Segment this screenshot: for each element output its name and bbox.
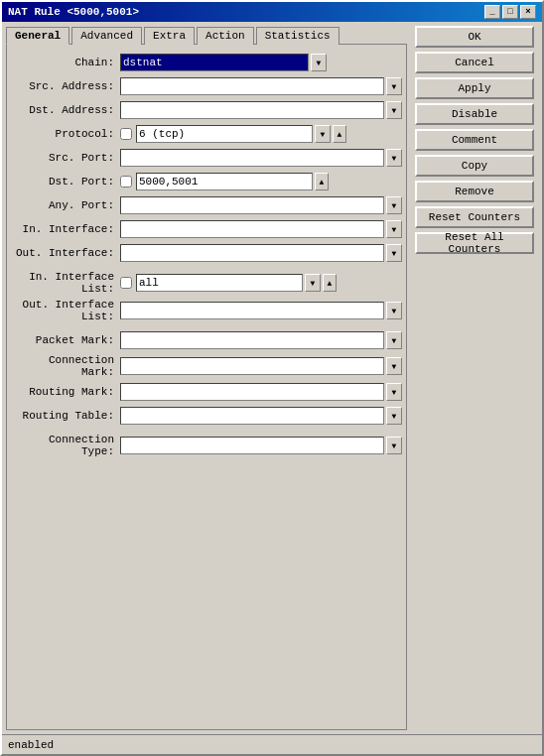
out-interface-list-field: ▼ <box>120 302 402 319</box>
tab-content-general: Chain: ▼ Src. Address: ▼ Dst. <box>6 44 407 730</box>
tab-advanced[interactable]: Advanced <box>71 27 142 45</box>
out-interface-list-dropdown-button[interactable]: ▼ <box>386 302 402 319</box>
status-bar: enabled <box>2 734 542 754</box>
remove-button[interactable]: Remove <box>415 181 534 202</box>
any-port-dropdown-button[interactable]: ▼ <box>386 196 402 214</box>
close-button[interactable]: × <box>520 5 536 19</box>
packet-mark-dropdown-button[interactable]: ▼ <box>386 331 402 349</box>
in-interface-list-field: ▼ ▲ <box>120 274 402 292</box>
connection-type-row: Connection Type: ▼ <box>11 434 402 457</box>
src-port-field: ▼ <box>120 149 402 167</box>
routing-table-input[interactable] <box>120 407 384 425</box>
out-interface-dropdown-button[interactable]: ▼ <box>386 244 402 262</box>
right-panel: OK Cancel Apply Disable Comment Copy Rem… <box>411 22 542 734</box>
tab-action[interactable]: Action <box>197 27 254 45</box>
src-port-label: Src. Port: <box>11 152 120 164</box>
routing-mark-input[interactable] <box>120 383 384 401</box>
left-panel: General Advanced Extra Action Statistics… <box>2 22 411 734</box>
packet-mark-input[interactable] <box>120 331 384 349</box>
protocol-field: ▼ ▲ <box>120 125 402 143</box>
in-interface-list-row: In. Interface List: ▼ ▲ <box>11 271 402 295</box>
connection-type-input[interactable] <box>120 437 384 454</box>
in-interface-list-checkbox[interactable] <box>120 277 132 289</box>
chain-input[interactable] <box>120 54 309 71</box>
packet-mark-field: ▼ <box>120 331 402 349</box>
comment-button[interactable]: Comment <box>415 129 534 151</box>
in-interface-list-input[interactable] <box>136 274 303 292</box>
any-port-field: ▼ <box>120 196 402 214</box>
dst-port-row: Dst. Port: ▲ <box>11 172 402 191</box>
routing-mark-field: ▼ <box>120 383 402 401</box>
dst-address-input[interactable] <box>120 101 384 119</box>
out-interface-list-label: Out. Interface List: <box>11 299 120 322</box>
reset-counters-button[interactable]: Reset Counters <box>415 206 534 228</box>
src-address-input[interactable] <box>120 77 384 95</box>
connection-mark-row: Connection Mark: ▼ <box>11 354 402 378</box>
dst-port-label: Dst. Port: <box>11 176 120 188</box>
window-title: NAT Rule <5000,5001> <box>8 6 139 18</box>
reset-all-counters-button[interactable]: Reset All Counters <box>415 232 534 254</box>
protocol-dropdown-button[interactable]: ▼ <box>315 125 331 143</box>
dst-port-input[interactable] <box>136 173 313 190</box>
src-port-dropdown-button[interactable]: ▼ <box>386 149 402 167</box>
dst-address-row: Dst. Address: ▼ <box>11 100 402 120</box>
chain-dropdown-button[interactable]: ▼ <box>311 54 327 71</box>
tab-bar: General Advanced Extra Action Statistics <box>6 26 407 44</box>
apply-button[interactable]: Apply <box>415 77 534 99</box>
in-interface-list-label: In. Interface List: <box>11 271 120 295</box>
tab-extra[interactable]: Extra <box>144 27 195 45</box>
connection-type-dropdown-button[interactable]: ▼ <box>386 437 402 454</box>
any-port-label: Any. Port: <box>11 199 120 211</box>
protocol-input[interactable] <box>136 125 313 143</box>
routing-mark-dropdown-button[interactable]: ▼ <box>386 383 402 401</box>
out-interface-list-input[interactable] <box>120 302 384 319</box>
dst-address-field: ▼ <box>120 101 402 119</box>
protocol-scroll-up-button[interactable]: ▲ <box>333 125 346 143</box>
packet-mark-row: Packet Mark: ▼ <box>11 330 402 350</box>
dst-port-scroll-up-button[interactable]: ▲ <box>315 173 329 190</box>
routing-table-dropdown-button[interactable]: ▼ <box>386 407 402 425</box>
out-interface-row: Out. Interface: ▼ <box>11 243 402 263</box>
tab-statistics[interactable]: Statistics <box>256 27 340 45</box>
in-interface-list-scroll-up-button[interactable]: ▲ <box>323 274 337 292</box>
minimize-button[interactable]: _ <box>484 5 500 19</box>
any-port-input[interactable] <box>120 196 384 214</box>
routing-table-row: Routing Table: ▼ <box>11 406 402 426</box>
main-window: NAT Rule <5000,5001> _ □ × General Advan… <box>0 0 544 756</box>
src-port-input[interactable] <box>120 149 384 167</box>
dst-address-dropdown-button[interactable]: ▼ <box>386 101 402 119</box>
src-address-label: Src. Address: <box>11 80 120 92</box>
in-interface-input[interactable] <box>120 220 384 238</box>
in-interface-field: ▼ <box>120 220 402 238</box>
dst-port-checkbox[interactable] <box>120 176 132 188</box>
copy-button[interactable]: Copy <box>415 155 534 177</box>
connection-mark-dropdown-button[interactable]: ▼ <box>386 357 402 375</box>
out-interface-field: ▼ <box>120 244 402 262</box>
connection-mark-input[interactable] <box>120 357 384 375</box>
protocol-label: Protocol: <box>11 128 120 140</box>
routing-table-field: ▼ <box>120 407 402 425</box>
content-area: General Advanced Extra Action Statistics… <box>2 22 542 734</box>
chain-row: Chain: ▼ <box>11 53 402 72</box>
routing-mark-row: Routing Mark: ▼ <box>11 382 402 402</box>
src-address-field: ▼ <box>120 77 402 95</box>
in-interface-list-dropdown-button[interactable]: ▼ <box>305 274 321 292</box>
disable-button[interactable]: Disable <box>415 103 534 125</box>
in-interface-dropdown-button[interactable]: ▼ <box>386 220 402 238</box>
maximize-button[interactable]: □ <box>502 5 518 19</box>
packet-mark-label: Packet Mark: <box>11 334 120 346</box>
out-interface-list-row: Out. Interface List: ▼ <box>11 299 402 322</box>
protocol-row: Protocol: ▼ ▲ <box>11 124 402 144</box>
protocol-checkbox[interactable] <box>120 128 132 140</box>
out-interface-input[interactable] <box>120 244 384 262</box>
in-interface-label: In. Interface: <box>11 223 120 235</box>
connection-mark-label: Connection Mark: <box>11 354 120 378</box>
ok-button[interactable]: OK <box>415 26 534 48</box>
cancel-button[interactable]: Cancel <box>415 52 534 73</box>
tab-general[interactable]: General <box>6 27 69 45</box>
title-bar: NAT Rule <5000,5001> _ □ × <box>2 2 542 22</box>
connection-mark-field: ▼ <box>120 357 402 375</box>
chain-label: Chain: <box>11 57 120 68</box>
connection-type-label: Connection Type: <box>11 434 120 457</box>
src-address-dropdown-button[interactable]: ▼ <box>386 77 402 95</box>
